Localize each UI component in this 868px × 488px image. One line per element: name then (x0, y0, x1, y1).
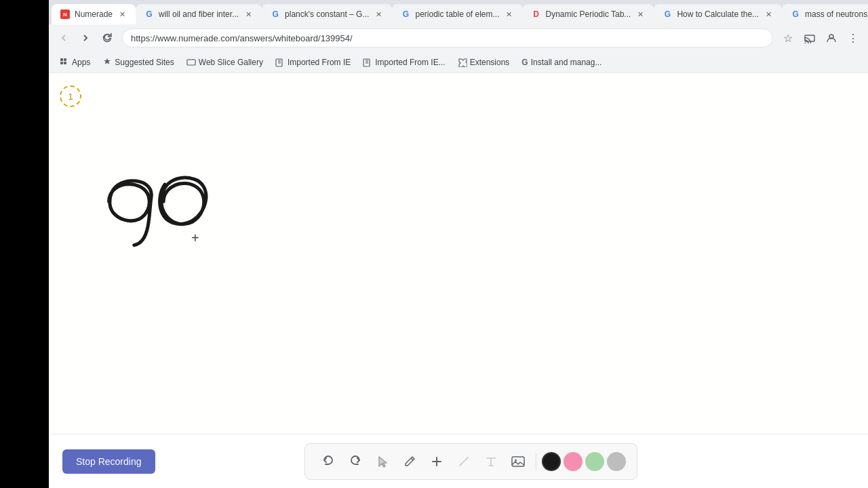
tab-bar: N Numerade ✕ G will oil and fiber inter.… (49, 0, 868, 24)
color-black[interactable] (542, 452, 561, 471)
tab-will-oil-favicon: G (144, 9, 155, 20)
svg-rect-10 (512, 457, 524, 466)
bookmark-imported2-label: Imported From IE... (375, 58, 445, 67)
address-bar[interactable]: https://www.numerade.com/answers/whitebo… (122, 28, 773, 47)
bookmark-install-label: Install and manag... (531, 58, 602, 67)
tab-how-to-favicon: G (662, 9, 673, 20)
menu-button[interactable]: ⋮ (844, 28, 863, 47)
page-content: 1 + Stop Recording (49, 73, 868, 488)
back-button[interactable] (54, 28, 73, 47)
bookmark-button[interactable]: ☆ (778, 28, 797, 47)
profile-button[interactable] (822, 28, 841, 47)
handwriting-canvas (49, 73, 868, 488)
bookmark-imported2[interactable]: Imported From IE... (357, 55, 450, 70)
color-green[interactable] (585, 452, 604, 471)
svg-point-11 (515, 459, 517, 461)
tab-how-to-title: How to Calculate the... (677, 9, 759, 19)
tab-dynamic-title: Dynamic Periodic Tab... (546, 9, 631, 19)
whiteboard[interactable]: 1 + Stop Recording (49, 73, 868, 488)
toolbar-right: ☆ ⋮ (778, 28, 863, 47)
tab-plancks[interactable]: G planck's constant – G... ✕ (262, 4, 392, 24)
svg-rect-7 (187, 60, 195, 65)
tab-periodic-close[interactable]: ✕ (504, 9, 515, 20)
tab-how-to[interactable]: G How to Calculate the... ✕ (654, 4, 782, 24)
tab-dynamic-close[interactable]: ✕ (635, 9, 646, 20)
svg-rect-3 (60, 58, 63, 61)
bookmark-apps-label: Apps (72, 58, 90, 67)
tab-numerade[interactable]: N Numerade ✕ (52, 4, 136, 24)
cast-button[interactable] (800, 28, 819, 47)
tab-will-oil-close[interactable]: ✕ (243, 9, 254, 20)
browser-window: N Numerade ✕ G will oil and fiber inter.… (49, 0, 868, 488)
svg-point-1 (805, 43, 806, 44)
reload-button[interactable] (98, 28, 117, 47)
numerade-favicon: N (60, 9, 71, 20)
eraser-button[interactable] (452, 449, 476, 474)
pen-tool-button[interactable] (397, 449, 422, 474)
cursor-crosshair: + (191, 230, 199, 246)
bookmark-imported1-label: Imported From IE (288, 58, 351, 67)
bookmark-suggested[interactable]: Suggested Sites (97, 55, 179, 70)
tab-mass-favicon: G (790, 9, 801, 20)
svg-rect-6 (64, 62, 66, 64)
bookmark-apps[interactable]: Apps (54, 55, 96, 70)
address-text: https://www.numerade.com/answers/whitebo… (131, 33, 764, 43)
undo-button[interactable] (316, 449, 340, 474)
redo-button[interactable] (343, 449, 368, 474)
tab-numerade-close[interactable]: ✕ (117, 9, 127, 20)
tab-how-to-close[interactable]: ✕ (763, 9, 774, 20)
bookmarks-bar: Apps Suggested Sites Web Slice Gallery I… (49, 52, 868, 73)
drawing-toolbar (304, 443, 637, 480)
tab-will-oil[interactable]: G will oil and fiber inter... ✕ (136, 4, 262, 24)
tab-mass-title: mass of neutrons – G... (805, 9, 868, 19)
color-pink[interactable] (564, 452, 583, 471)
tab-periodic-title: periodic table of elem... (415, 9, 499, 19)
toolbar-separator (536, 453, 536, 470)
tab-mass[interactable]: G mass of neutrons – G... ✕ (782, 4, 868, 24)
stop-recording-button[interactable]: Stop Recording (62, 449, 155, 474)
tab-dynamic-favicon: D (531, 9, 542, 20)
bookmark-webslice-label: Web Slice Gallery (199, 58, 263, 67)
bookmark-install[interactable]: G Install and manag... (516, 55, 607, 70)
image-tool-button[interactable] (506, 449, 530, 474)
page-number-text: 1 (68, 92, 73, 102)
svg-rect-4 (64, 58, 66, 61)
select-tool-button[interactable] (370, 449, 395, 474)
bookmark-imported1[interactable]: Imported From IE (270, 55, 356, 70)
tab-numerade-title: Numerade (75, 9, 113, 19)
page-number-indicator: 1 (60, 85, 81, 107)
color-gray[interactable] (607, 452, 626, 471)
bookmark-extensions-label: Extensions (470, 58, 510, 67)
bookmark-webslice[interactable]: Web Slice Gallery (181, 55, 269, 70)
tab-plancks-close[interactable]: ✕ (373, 9, 384, 20)
tab-periodic-favicon: G (400, 9, 411, 20)
text-tool-button[interactable] (479, 449, 503, 474)
forward-button[interactable] (76, 28, 95, 47)
navigation-toolbar: https://www.numerade.com/answers/whitebo… (49, 24, 868, 52)
tab-periodic[interactable]: G periodic table of elem... ✕ (392, 4, 522, 24)
add-button[interactable] (425, 449, 449, 474)
tab-plancks-favicon: G (270, 9, 281, 20)
bookmark-extensions[interactable]: Extensions (452, 55, 515, 70)
tab-plancks-title: planck's constant – G... (285, 9, 369, 19)
tab-will-oil-title: will oil and fiber inter... (159, 9, 239, 19)
svg-rect-5 (60, 62, 63, 64)
tab-dynamic[interactable]: D Dynamic Periodic Tab... ✕ (523, 4, 654, 24)
bookmark-suggested-label: Suggested Sites (115, 58, 174, 67)
bottom-toolbar-area: Stop Recording (49, 434, 868, 488)
